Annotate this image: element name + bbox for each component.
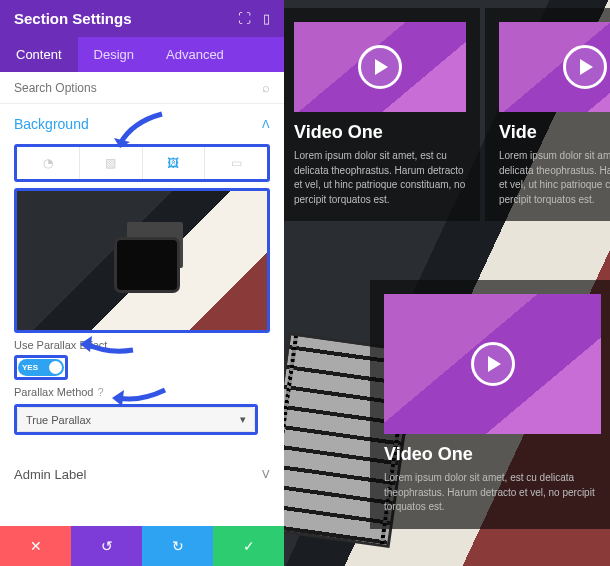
accordion-admin-label[interactable]: Admin Label ᐯ xyxy=(14,455,270,494)
tab-content[interactable]: Content xyxy=(0,37,78,72)
redo-button[interactable]: ↻ xyxy=(142,526,213,566)
play-icon[interactable] xyxy=(471,342,515,386)
video-card: Vide Lorem ipsum dolor sit amet, est cu … xyxy=(485,8,610,221)
bg-gradient-tab[interactable]: ▧ xyxy=(80,147,143,179)
parallax-toggle[interactable]: YES xyxy=(18,359,64,376)
chevron-down-icon: ᐯ xyxy=(262,468,270,481)
search-input[interactable] xyxy=(14,81,262,95)
video-description: Lorem ipsum dolor sit amet, est cu delic… xyxy=(499,149,610,207)
tab-bar: Content Design Advanced xyxy=(0,37,284,72)
panel-footer: ✕ ↺ ↻ ✓ xyxy=(0,526,284,566)
panel-body: Background ᐱ ◔ ▧ 🖼 ▭ Use Parallax Effect… xyxy=(0,104,284,526)
settings-panel: Section Settings ⛶ ▯ Content Design Adva… xyxy=(0,0,284,566)
tab-advanced[interactable]: Advanced xyxy=(150,37,240,72)
bg-image-tab[interactable]: 🖼 xyxy=(143,147,206,179)
video-description: Lorem ipsum dolor sit amet, est cu delic… xyxy=(294,149,466,207)
expand-icon[interactable]: ⛶ xyxy=(238,11,251,26)
cancel-button[interactable]: ✕ xyxy=(0,526,71,566)
video-thumbnail[interactable] xyxy=(499,22,610,112)
bg-color-tab[interactable]: ◔ xyxy=(17,147,80,179)
play-icon[interactable] xyxy=(358,45,402,89)
accordion-background[interactable]: Background ᐱ xyxy=(14,104,270,144)
bg-video-tab[interactable]: ▭ xyxy=(205,147,267,179)
help-icon[interactable]: ? xyxy=(98,386,104,398)
video-title: Vide xyxy=(499,122,610,143)
video-description: Lorem ipsum dolor sit amet, est cu delic… xyxy=(384,471,601,515)
video-title: Video One xyxy=(384,444,601,465)
panel-title: Section Settings xyxy=(14,10,132,27)
snap-icon[interactable]: ▯ xyxy=(263,11,270,26)
chevron-down-icon: ▾ xyxy=(240,413,246,426)
video-card: Video One Lorem ipsum dolor sit amet, es… xyxy=(284,8,480,221)
video-card: Video One Lorem ipsum dolor sit amet, es… xyxy=(370,280,610,529)
parallax-method-label: Parallax Method? xyxy=(14,386,270,398)
save-button[interactable]: ✓ xyxy=(213,526,284,566)
play-icon[interactable] xyxy=(563,45,607,89)
background-type-tabs: ◔ ▧ 🖼 ▭ xyxy=(14,144,270,182)
header-icons: ⛶ ▯ xyxy=(238,11,270,26)
search-icon[interactable]: ⌕ xyxy=(262,80,270,95)
panel-header: Section Settings ⛶ ▯ xyxy=(0,0,284,37)
search-bar: ⌕ xyxy=(0,72,284,104)
video-title: Video One xyxy=(294,122,466,143)
parallax-toggle-highlight: YES xyxy=(14,355,68,380)
video-thumbnail[interactable] xyxy=(384,294,601,434)
video-thumbnail[interactable] xyxy=(294,22,466,112)
parallax-method-select[interactable]: True Parallax ▾ xyxy=(17,407,255,432)
chevron-up-icon: ᐱ xyxy=(262,118,270,131)
background-image-preview[interactable] xyxy=(14,188,270,333)
parallax-effect-label: Use Parallax Effect xyxy=(14,339,270,351)
undo-button[interactable]: ↺ xyxy=(71,526,142,566)
tab-design[interactable]: Design xyxy=(78,37,150,72)
page-preview: Video One Lorem ipsum dolor sit amet, es… xyxy=(284,0,610,566)
parallax-method-highlight: True Parallax ▾ xyxy=(14,404,258,435)
